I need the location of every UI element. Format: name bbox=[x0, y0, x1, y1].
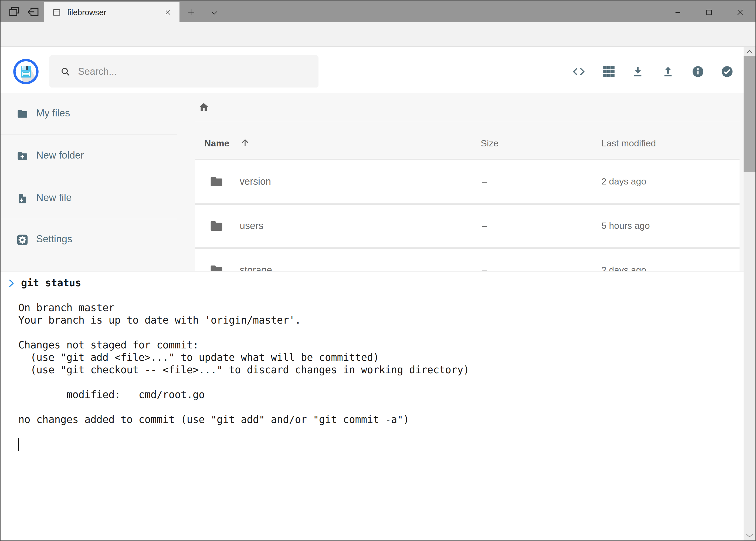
download-button[interactable] bbox=[631, 65, 644, 78]
window-controls bbox=[662, 2, 755, 23]
search-box[interactable] bbox=[49, 55, 319, 88]
terminal-panel[interactable]: git status On branch master Your branch … bbox=[1, 271, 744, 540]
minimize-icon bbox=[674, 8, 682, 17]
file-size: – bbox=[482, 176, 487, 187]
terminal-output-line: (use "git add <file>..." to update what … bbox=[1, 351, 744, 364]
sidebar-item-settings[interactable]: Settings bbox=[0, 227, 177, 253]
chevron-down-icon bbox=[210, 8, 219, 17]
scroll-down-icon[interactable] bbox=[746, 533, 753, 538]
terminal-output-line bbox=[1, 289, 744, 302]
terminal-output-line: On branch master bbox=[1, 302, 744, 314]
settings-gear-icon bbox=[16, 234, 28, 246]
sidebar-item-label: New file bbox=[36, 192, 72, 204]
column-header-size[interactable]: Size bbox=[481, 137, 499, 149]
file-modified: 5 hours ago bbox=[601, 221, 650, 231]
raw-editor-button[interactable] bbox=[572, 65, 586, 78]
column-header-modified[interactable]: Last modified bbox=[601, 137, 656, 149]
filebrowser-logo[interactable] bbox=[13, 59, 39, 84]
scroll-up-icon[interactable] bbox=[746, 49, 753, 55]
file-name: users bbox=[240, 220, 263, 232]
window-arrow-icon bbox=[26, 5, 40, 19]
app-content: My files New folder New file bbox=[0, 93, 756, 271]
terminal-cursor bbox=[18, 438, 19, 451]
terminal-output-line bbox=[1, 401, 744, 413]
sidebar-divider bbox=[0, 135, 177, 135]
sidebar-item-new-file[interactable]: New file bbox=[0, 186, 177, 212]
terminal-output-line bbox=[1, 376, 744, 389]
folder-icon bbox=[209, 219, 224, 234]
titlebar: filebrowser bbox=[0, 0, 756, 22]
sidebar-divider bbox=[0, 219, 177, 219]
terminal-output-line: modified: cmd/root.go bbox=[1, 389, 744, 401]
terminal-prompt-line: git status bbox=[1, 277, 744, 289]
info-button[interactable] bbox=[691, 65, 705, 78]
terminal-output-line bbox=[1, 426, 744, 438]
sidebar-item-my-files[interactable]: My files bbox=[0, 101, 177, 127]
maximize-button[interactable] bbox=[693, 2, 724, 23]
new-folder-icon bbox=[16, 150, 28, 162]
close-button[interactable] bbox=[724, 2, 755, 23]
folder-icon bbox=[16, 108, 28, 120]
tab-close-icon[interactable] bbox=[164, 8, 172, 16]
terminal-output-line: Changes not staged for commit: bbox=[1, 339, 744, 351]
sidebar-item-label: My files bbox=[36, 108, 70, 119]
terminal-output-line: (use "git checkout -- <file>..." to disc… bbox=[1, 364, 744, 376]
sidebar-item-new-folder[interactable]: New folder bbox=[0, 143, 177, 169]
folder-icon bbox=[209, 175, 224, 189]
set-tabs-aside-button[interactable] bbox=[26, 5, 40, 19]
breadcrumb-home-icon[interactable] bbox=[198, 102, 209, 113]
grid-icon bbox=[602, 65, 616, 78]
minimize-button[interactable] bbox=[662, 2, 693, 23]
upload-button[interactable] bbox=[661, 65, 675, 78]
upload-icon bbox=[661, 65, 675, 78]
app-header bbox=[0, 47, 756, 93]
file-row-version[interactable]: version – 2 days ago bbox=[195, 160, 740, 203]
plus-icon bbox=[186, 7, 196, 17]
terminal-output-line bbox=[1, 326, 744, 339]
tab-list-dropdown-button[interactable] bbox=[210, 8, 219, 17]
browser-toolbar: filebrowser.web/files/ bbox=[0, 22, 756, 47]
file-name: version bbox=[240, 176, 271, 187]
browser-window: filebrowser bbox=[0, 0, 756, 541]
sort-ascending-icon[interactable] bbox=[240, 137, 250, 148]
download-icon bbox=[631, 65, 644, 78]
scrollbar-thumb[interactable] bbox=[744, 56, 755, 172]
tab-filebrowser[interactable]: filebrowser bbox=[44, 2, 179, 23]
terminal-output-line: Your branch is up to date with 'origin/m… bbox=[1, 314, 744, 326]
file-size: – bbox=[482, 221, 487, 231]
file-modified: 2 days ago bbox=[601, 176, 646, 187]
listing-divider bbox=[195, 122, 740, 122]
terminal-command: git status bbox=[21, 277, 81, 289]
sidebar-item-label: New folder bbox=[36, 150, 84, 161]
new-tab-button[interactable] bbox=[186, 7, 196, 17]
overlapping-windows-icon bbox=[8, 5, 21, 19]
prompt-chevron-icon bbox=[9, 279, 15, 287]
info-circle-icon bbox=[691, 65, 705, 78]
page-favicon-icon bbox=[52, 8, 61, 17]
file-row-users[interactable]: users – 5 hours ago bbox=[195, 205, 740, 247]
grid-view-button[interactable] bbox=[602, 65, 616, 78]
select-multiple-button[interactable] bbox=[720, 65, 734, 78]
maximize-icon bbox=[705, 8, 713, 17]
tab-preview-button[interactable] bbox=[8, 5, 21, 19]
window-border-left bbox=[0, 0, 1, 541]
check-circle-icon bbox=[720, 65, 734, 78]
tab-title: filebrowser bbox=[67, 8, 164, 17]
terminal-output-line: no changes added to commit (use "git add… bbox=[1, 413, 744, 426]
close-icon bbox=[736, 8, 744, 17]
search-input[interactable] bbox=[78, 66, 300, 78]
page-scrollbar[interactable] bbox=[744, 47, 755, 540]
search-icon bbox=[60, 66, 71, 77]
code-brackets-icon bbox=[572, 65, 586, 78]
sidebar-item-label: Settings bbox=[36, 234, 72, 245]
new-file-icon bbox=[16, 193, 28, 205]
column-header-name[interactable]: Name bbox=[204, 137, 229, 149]
